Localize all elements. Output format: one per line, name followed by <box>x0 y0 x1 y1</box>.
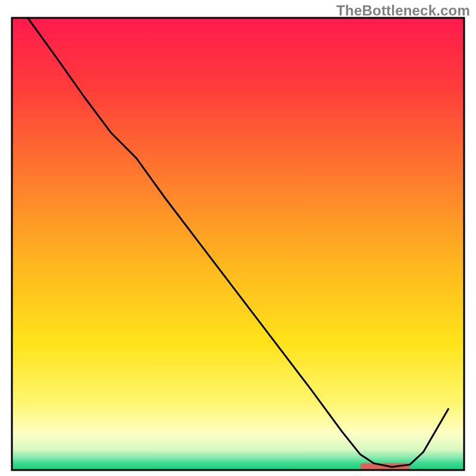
plot-background <box>12 18 464 470</box>
chart-container: TheBottleneck.com <box>0 0 476 476</box>
bottleneck-chart <box>0 0 476 476</box>
watermark-text: TheBottleneck.com <box>336 2 470 19</box>
